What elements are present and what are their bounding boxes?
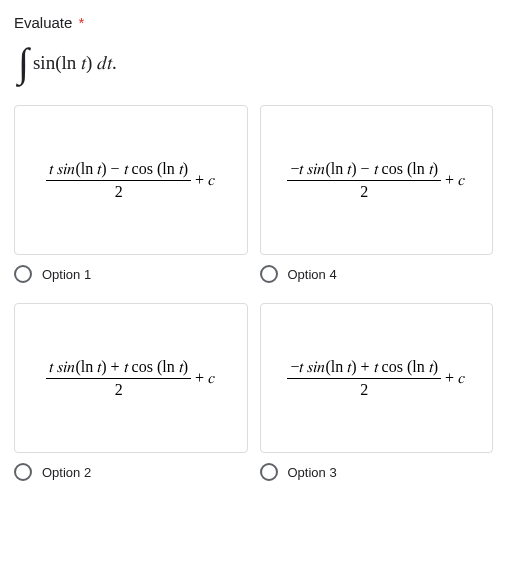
radio-icon <box>14 463 32 481</box>
tail-1: + 𝑐 <box>195 171 215 189</box>
formula-4: −𝑡 𝑠𝑖𝑛(ln 𝑡) − 𝑡 cos (ln 𝑡) 2 + 𝑐 <box>287 159 465 200</box>
fraction-4: −𝑡 𝑠𝑖𝑛(ln 𝑡) − 𝑡 cos (ln 𝑡) 2 <box>287 159 441 200</box>
option-label-3: Option 3 <box>288 465 337 480</box>
option-image-3: −𝑡 𝑠𝑖𝑛(ln 𝑡) + 𝑡 cos (ln 𝑡) 2 + 𝑐 <box>260 303 494 453</box>
denominator-2: 2 <box>115 379 123 399</box>
radio-icon <box>260 463 278 481</box>
option-label-2: Option 2 <box>42 465 91 480</box>
option-radio-1[interactable]: Option 1 <box>14 265 248 283</box>
numerator-4: −𝑡 𝑠𝑖𝑛(ln 𝑡) − 𝑡 cos (ln 𝑡) <box>287 159 441 180</box>
option-radio-2[interactable]: Option 2 <box>14 463 248 481</box>
option-radio-3[interactable]: Option 3 <box>260 463 494 481</box>
option-image-2: 𝑡 𝑠𝑖𝑛(ln 𝑡) + 𝑡 cos (ln 𝑡) 2 + 𝑐 <box>14 303 248 453</box>
numerator-3: −𝑡 𝑠𝑖𝑛(ln 𝑡) + 𝑡 cos (ln 𝑡) <box>287 357 441 378</box>
formula-1: 𝑡 𝑠𝑖𝑛(ln 𝑡) − 𝑡 cos (ln 𝑡) 2 + 𝑐 <box>46 159 215 200</box>
option-cell-4: −𝑡 𝑠𝑖𝑛(ln 𝑡) − 𝑡 cos (ln 𝑡) 2 + 𝑐 Option… <box>260 105 494 289</box>
option-image-4: −𝑡 𝑠𝑖𝑛(ln 𝑡) − 𝑡 cos (ln 𝑡) 2 + 𝑐 <box>260 105 494 255</box>
option-cell-1: 𝑡 𝑠𝑖𝑛(ln 𝑡) − 𝑡 cos (ln 𝑡) 2 + 𝑐 Option … <box>14 105 248 289</box>
denominator-4: 2 <box>360 181 368 201</box>
option-label-4: Option 4 <box>288 267 337 282</box>
radio-icon <box>14 265 32 283</box>
numerator-1: 𝑡 𝑠𝑖𝑛(ln 𝑡) − 𝑡 cos (ln 𝑡) <box>46 159 191 180</box>
tail-3: + 𝑐 <box>445 369 465 387</box>
option-cell-3: −𝑡 𝑠𝑖𝑛(ln 𝑡) + 𝑡 cos (ln 𝑡) 2 + 𝑐 Option… <box>260 303 494 487</box>
tail-4: + 𝑐 <box>445 171 465 189</box>
tail-2: + 𝑐 <box>195 369 215 387</box>
formula-2: 𝑡 𝑠𝑖𝑛(ln 𝑡) + 𝑡 cos (ln 𝑡) 2 + 𝑐 <box>46 357 215 398</box>
radio-icon <box>260 265 278 283</box>
numerator-2: 𝑡 𝑠𝑖𝑛(ln 𝑡) + 𝑡 cos (ln 𝑡) <box>46 357 191 378</box>
options-grid: 𝑡 𝑠𝑖𝑛(ln 𝑡) − 𝑡 cos (ln 𝑡) 2 + 𝑐 Option … <box>14 105 493 487</box>
integral-expression: ∫ sin(ln 𝑡) 𝑑𝑡. <box>18 43 493 83</box>
question-text: Evaluate <box>14 14 72 31</box>
fraction-1: 𝑡 𝑠𝑖𝑛(ln 𝑡) − 𝑡 cos (ln 𝑡) 2 <box>46 159 191 200</box>
fraction-3: −𝑡 𝑠𝑖𝑛(ln 𝑡) + 𝑡 cos (ln 𝑡) 2 <box>287 357 441 398</box>
option-radio-4[interactable]: Option 4 <box>260 265 494 283</box>
option-label-1: Option 1 <box>42 267 91 282</box>
question-title: Evaluate * <box>14 14 493 31</box>
integral-icon: ∫ <box>18 43 29 83</box>
fraction-2: 𝑡 𝑠𝑖𝑛(ln 𝑡) + 𝑡 cos (ln 𝑡) 2 <box>46 357 191 398</box>
integrand: sin(ln 𝑡) 𝑑𝑡. <box>33 52 117 74</box>
required-marker: * <box>79 14 85 31</box>
formula-3: −𝑡 𝑠𝑖𝑛(ln 𝑡) + 𝑡 cos (ln 𝑡) 2 + 𝑐 <box>287 357 465 398</box>
denominator-1: 2 <box>115 181 123 201</box>
denominator-3: 2 <box>360 379 368 399</box>
option-image-1: 𝑡 𝑠𝑖𝑛(ln 𝑡) − 𝑡 cos (ln 𝑡) 2 + 𝑐 <box>14 105 248 255</box>
option-cell-2: 𝑡 𝑠𝑖𝑛(ln 𝑡) + 𝑡 cos (ln 𝑡) 2 + 𝑐 Option … <box>14 303 248 487</box>
